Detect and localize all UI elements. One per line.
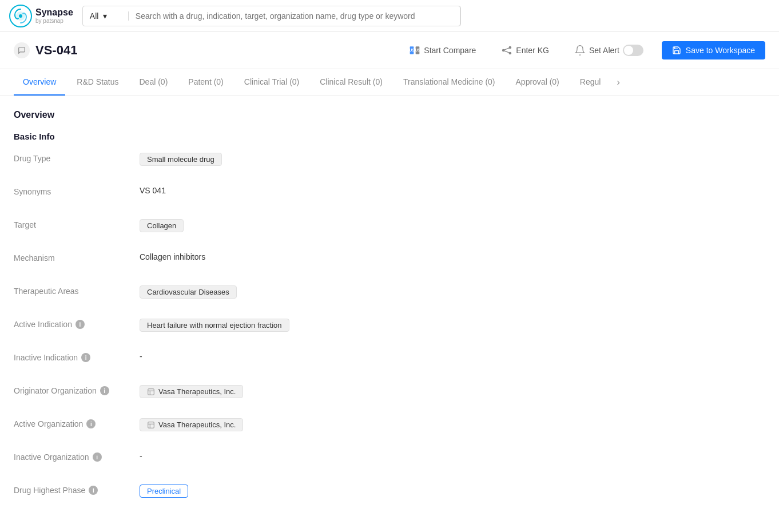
field-drug-type: Drug Type Small molecule drug [14,153,765,170]
tab-regul[interactable]: Regul [571,69,610,96]
mechanism-value: Collagen inhibitors [140,252,205,261]
originator-org-tag[interactable]: Vasa Therapeutics, Inc. [140,385,243,398]
alert-icon [574,45,586,56]
navbar: Synapse by patsnap All ▾ [0,0,779,32]
tab-overview[interactable]: Overview [14,69,65,96]
target-tag[interactable]: Collagen [140,219,184,232]
therapeutic-areas-tag[interactable]: Cardiovascular Diseases [140,285,237,299]
drug-highest-phase-label: Drug Highest Phase i [14,485,140,495]
active-indication-tag[interactable]: Heart failure with normal ejection fract… [140,319,289,332]
field-drug-highest-phase: Drug Highest Phase i Preclinical [14,485,765,502]
inactive-org-info-icon[interactable]: i [93,452,102,462]
inactive-indication-label: Inactive Indication i [14,352,140,362]
tabs-more-icon[interactable]: › [612,69,624,96]
drug-highest-phase-value: Preclinical [140,485,188,498]
svg-line-11 [504,51,509,53]
svg-text:US: US [415,48,421,52]
tab-patent[interactable]: Patent (0) [179,69,232,96]
active-org-tag[interactable]: Vasa Therapeutics, Inc. [140,418,243,431]
active-indication-label: Active Indication i [14,319,140,329]
originator-organization-value: Vasa Therapeutics, Inc. [140,385,243,398]
drug-title-area: VS-041 [14,42,402,58]
synapse-logo-icon [9,5,32,27]
logo-synapse-label: Synapse [35,7,73,18]
drug-type-tag: Small molecule drug [140,153,222,166]
svg-point-2 [19,14,22,18]
save-to-workspace-button[interactable]: Save to Workspace [662,41,765,59]
target-label: Target [14,219,140,229]
drug-name-title: VS-041 [35,43,77,58]
set-alert-label: Set Alert [589,46,619,55]
synonyms-label: Synonyms [14,186,140,196]
logo-bypatsnap-label: by patsnap [35,18,73,25]
therapeutic-areas-value: Cardiovascular Diseases [140,285,237,299]
svg-rect-15 [148,422,154,428]
originator-org-info-icon[interactable]: i [100,386,109,395]
inactive-organization-value: - [140,451,142,460]
drug-highest-phase-info-icon[interactable]: i [89,486,98,495]
tab-clinical-result[interactable]: Clinical Result (0) [311,69,392,96]
svg-point-8 [510,46,511,48]
main-content: Overview Basic Info Drug Type Small mole… [0,96,779,531]
page-header: VS-041 US US Start Compare Enter KG [0,32,779,69]
svg-point-7 [503,49,504,51]
field-mechanism: Mechanism Collagen inhibitors [14,252,765,269]
org-icon-2 [147,421,155,429]
tab-rd-status[interactable]: R&D Status [67,69,128,96]
tab-approval[interactable]: Approval (0) [507,69,569,96]
synonyms-value: VS 041 [140,186,166,195]
field-therapeutic-areas: Therapeutic Areas Cardiovascular Disease… [14,285,765,303]
kg-icon [501,45,512,56]
tabs-bar: Overview R&D Status Deal (0) Patent (0) … [0,69,779,96]
active-indication-value: Heart failure with normal ejection fract… [140,319,289,332]
compare-icon: US US [409,45,420,56]
inactive-indication-info-icon[interactable]: i [81,353,90,362]
set-alert-toggle[interactable] [623,45,643,56]
originator-organization-label: Originator Organization i [14,385,140,395]
enter-kg-button[interactable]: Enter KG [494,41,556,59]
basic-info-subtitle: Basic Info [14,132,765,141]
search-input[interactable] [129,6,460,26]
field-originator-organization: Originator Organization i Vasa Therapeut… [14,385,765,402]
tab-deal[interactable]: Deal (0) [130,69,177,96]
drug-type-label: Drug Type [14,153,140,163]
field-inactive-organization: Inactive Organization i - [14,451,765,469]
drug-icon [14,42,30,58]
mechanism-label: Mechanism [14,252,140,263]
tab-translational-medicine[interactable]: Translational Medicine (0) [394,69,504,96]
set-alert-button[interactable]: Set Alert [567,41,650,59]
field-target: Target Collagen [14,219,765,236]
inactive-indication-value: - [140,352,142,361]
field-synonyms: Synonyms VS 041 [14,186,765,203]
logo-area: Synapse by patsnap [9,5,73,27]
svg-rect-12 [148,388,154,395]
active-indication-info-icon[interactable]: i [75,320,85,329]
field-active-organization: Active Organization i Vasa Therapeutics,… [14,418,765,435]
logo-text: Synapse by patsnap [35,7,73,25]
search-bar: All ▾ [82,6,461,26]
active-org-info-icon[interactable]: i [86,419,96,428]
field-inactive-indication: Inactive Indication i - [14,352,765,369]
save-icon [672,46,681,55]
search-category-value: All [90,11,99,21]
enter-kg-label: Enter KG [516,46,549,55]
drug-type-value: Small molecule drug [140,153,222,166]
inactive-organization-label: Inactive Organization i [14,451,140,462]
svg-text:US: US [410,48,415,52]
search-category-dropdown[interactable]: All ▾ [83,11,129,21]
header-actions: US US Start Compare Enter KG Set Alert [402,41,765,59]
svg-point-9 [510,52,511,54]
field-active-indication: Active Indication i Heart failure with n… [14,319,765,336]
active-organization-value: Vasa Therapeutics, Inc. [140,418,243,431]
save-to-workspace-label: Save to Workspace [686,46,755,55]
target-value: Collagen [140,219,184,232]
svg-line-10 [504,48,509,50]
start-compare-button[interactable]: US US Start Compare [402,41,483,59]
tab-clinical-trial[interactable]: Clinical Trial (0) [235,69,308,96]
dropdown-arrow-icon: ▾ [103,11,107,21]
drug-highest-phase-tag[interactable]: Preclinical [140,485,188,498]
therapeutic-areas-label: Therapeutic Areas [14,285,140,296]
org-icon [147,388,155,396]
start-compare-label: Start Compare [424,46,476,55]
active-organization-label: Active Organization i [14,418,140,428]
